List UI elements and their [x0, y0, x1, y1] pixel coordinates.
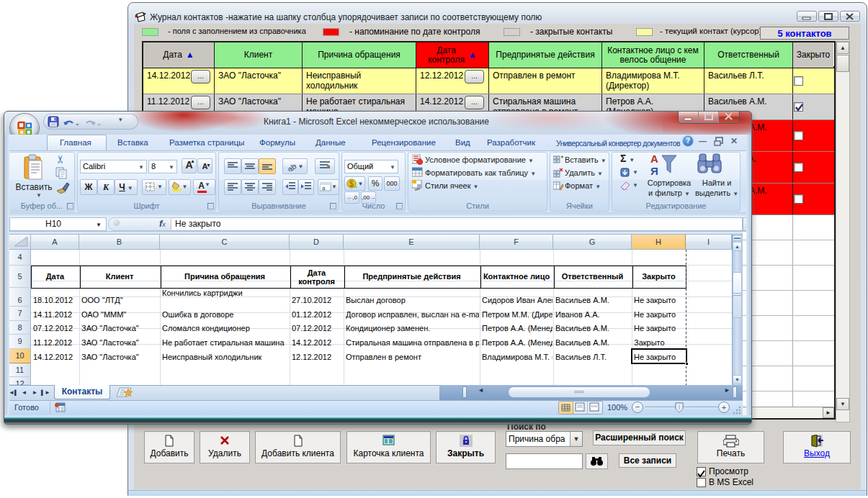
svg-text:Я: Я — [650, 165, 658, 177]
svg-text:ab: ab — [287, 161, 297, 171]
svg-text:$: $ — [349, 180, 354, 188]
svg-text:А: А — [650, 153, 658, 165]
svg-text:a: a — [322, 185, 326, 191]
